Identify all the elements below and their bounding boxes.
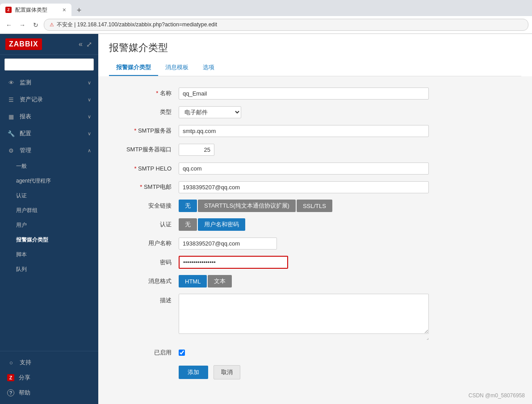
form-row-buttons: 添加 取消 [116, 365, 514, 379]
new-tab-button[interactable]: + [73, 4, 85, 16]
sidebar-header: ZABBIX « ⤢ [0, 34, 98, 55]
chevron-up-icon: ∧ [88, 148, 91, 154]
sidebar-collapse-btn[interactable]: « [78, 39, 84, 50]
form-row-name: 名称 [116, 87, 514, 100]
sidebar-sub-item-agent[interactable]: agent代理程序 [0, 174, 98, 188]
admin-icon: ⚙ [7, 146, 15, 154]
enabled-checkbox[interactable] [179, 350, 185, 356]
username-input[interactable] [179, 237, 277, 250]
sidebar-item-share[interactable]: Z 分享 [0, 370, 98, 385]
security-control: 无 STARTTLS(纯文本通信协议扩展) SSL/TLS [179, 200, 429, 212]
smtp-helo-control [179, 162, 429, 175]
smtp-helo-input[interactable] [179, 162, 429, 175]
sidebar-sub-item-mediatype[interactable]: 报警媒介类型 [0, 233, 98, 247]
type-select[interactable]: 电子邮件 [179, 106, 241, 118]
sidebar: ZABBIX « ⤢ 👁 监测 ∨ ☰ 资产记录 ∨ ▦ 报表 ∨ [0, 34, 98, 404]
sidebar-item-assets[interactable]: ☰ 资产记录 ∨ [0, 91, 98, 108]
assets-icon: ☰ [7, 96, 15, 104]
password-label: 密码 [116, 258, 179, 267]
auth-label: 认证 [116, 221, 179, 229]
sidebar-sub-item-user[interactable]: 用户 [0, 218, 98, 233]
main-content: 报警媒介类型 报警媒介类型 消息模板 选项 名称 类型 电子邮件 [98, 34, 532, 404]
password-input[interactable] [179, 256, 288, 269]
smtp-server-input[interactable] [179, 125, 429, 137]
message-format-control: HTML 文本 [179, 275, 429, 287]
cancel-button[interactable]: 取消 [214, 365, 240, 379]
form-row-username: 用户名称 [116, 237, 514, 250]
username-control [179, 237, 429, 250]
forward-button[interactable]: → [17, 20, 28, 30]
support-icon: ○ [7, 358, 15, 367]
sidebar-nav: 👁 监测 ∨ ☰ 资产记录 ∨ ▦ 报表 ∨ 🔧 配置 ∨ ⚙ 管理 [0, 74, 98, 351]
sidebar-bottom: ○ 支持 Z 分享 ? 帮助 [0, 351, 98, 404]
sidebar-sub-item-queue[interactable]: 队列 [0, 262, 98, 277]
name-input[interactable] [179, 87, 429, 100]
sidebar-item-reports[interactable]: ▦ 报表 ∨ [0, 108, 98, 125]
tabs: 报警媒介类型 消息模板 选项 [109, 60, 521, 76]
sidebar-item-label: 监测 [20, 79, 31, 87]
buttons-control: 添加 取消 [179, 365, 429, 379]
address-field[interactable]: ⚠ 不安全 | 192.168.147.100/zabbix/zabbix.ph… [44, 19, 528, 31]
page-title: 报警媒介类型 [109, 41, 521, 54]
sidebar-expand-btn[interactable]: ⤢ [85, 39, 93, 50]
sidebar-item-config[interactable]: 🔧 配置 ∨ [0, 125, 98, 142]
browser-tab[interactable]: Z 配置媒体类型 × [0, 4, 71, 16]
zabbix-logo: ZABBIX [5, 38, 42, 50]
sidebar-item-label: 配置 [20, 129, 31, 137]
sidebar-item-monitor[interactable]: 👁 监测 ∨ [0, 74, 98, 91]
desc-textarea[interactable] [179, 294, 429, 334]
smtp-port-input[interactable] [179, 144, 214, 156]
auth-btn-userpass[interactable]: 用户名和密码 [198, 218, 245, 231]
sidebar-search-input[interactable] [4, 58, 94, 71]
smtp-server-control [179, 125, 429, 137]
name-control [179, 87, 429, 100]
password-control [179, 256, 429, 269]
sidebar-sub-item-auth[interactable]: 认证 [0, 188, 98, 203]
tab-mediatype[interactable]: 报警媒介类型 [109, 60, 158, 76]
smtp-email-input[interactable] [179, 181, 429, 193]
sidebar-item-support[interactable]: ○ 支持 [0, 355, 98, 370]
smtp-port-control [179, 144, 429, 156]
refresh-button[interactable]: ↻ [30, 20, 41, 30]
chevron-down-icon: ∨ [88, 80, 91, 86]
address-text: 不安全 | 192.168.147.100/zabbix/zabbix.php?… [57, 21, 217, 29]
sidebar-sub-item-usergroup[interactable]: 用户群组 [0, 203, 98, 218]
message-format-label: 消息格式 [116, 277, 179, 285]
sidebar-sub-item-general[interactable]: 一般 [0, 159, 98, 174]
sidebar-bottom-label: 支持 [20, 358, 31, 367]
format-btn-html[interactable]: HTML [179, 275, 207, 287]
format-btn-text[interactable]: 文本 [208, 275, 232, 287]
config-icon: 🔧 [7, 129, 15, 137]
tab-close-btn[interactable]: × [63, 7, 66, 13]
help-icon: ? [7, 389, 14, 396]
tab-message[interactable]: 消息模板 [158, 60, 196, 76]
sidebar-item-label: 管理 [20, 146, 31, 154]
enabled-control [179, 350, 429, 356]
form-row-desc: 描述 ⌟ [116, 294, 514, 340]
security-btn-starttls[interactable]: STARTTLS(纯文本通信协议扩展) [198, 200, 296, 212]
sidebar-item-admin[interactable]: ⚙ 管理 ∧ [0, 142, 98, 159]
add-button[interactable]: 添加 [179, 366, 208, 379]
sidebar-bottom-label: 帮助 [19, 389, 30, 397]
username-label: 用户名称 [116, 239, 179, 247]
watermark: CSDN @m0_58076958 [469, 392, 525, 399]
auth-btn-none[interactable]: 无 [179, 218, 197, 231]
form-row-smtp-port: SMTP服务器端口 [116, 143, 514, 156]
type-control: 电子邮件 [179, 106, 429, 118]
tab-options[interactable]: 选项 [196, 60, 222, 76]
security-btn-ssltls[interactable]: SSL/TLS [297, 200, 332, 212]
chevron-down-icon: ∨ [88, 131, 91, 137]
back-button[interactable]: ← [4, 20, 14, 30]
form-row-message-format: 消息格式 HTML 文本 [116, 275, 514, 287]
chevron-down-icon: ∨ [88, 97, 91, 103]
security-btn-none[interactable]: 无 [179, 200, 197, 212]
desc-control: ⌟ [179, 294, 429, 340]
share-icon: Z [7, 374, 14, 381]
sidebar-item-help[interactable]: ? 帮助 [0, 385, 98, 400]
form-row-smtp-helo: SMTP HELO [116, 162, 514, 175]
type-label: 类型 [116, 108, 179, 116]
smtp-email-label: SMTP电邮 [116, 183, 179, 191]
smtp-helo-label: SMTP HELO [116, 165, 179, 172]
form-area: 名称 类型 电子邮件 SMTP服务器 [98, 76, 532, 396]
sidebar-sub-item-script[interactable]: 脚本 [0, 247, 98, 262]
